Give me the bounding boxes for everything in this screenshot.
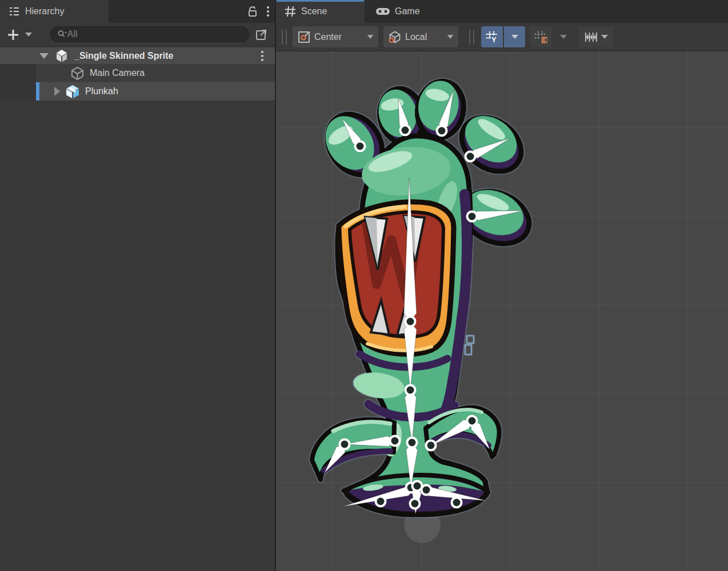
hierarchy-list-icon bbox=[8, 5, 21, 18]
hierarchy-search-field[interactable] bbox=[50, 26, 249, 42]
hierarchy-row-plunkah[interactable]: Plunkah bbox=[0, 82, 275, 100]
prefab-icon bbox=[65, 83, 81, 99]
scene-foldout-icon[interactable] bbox=[39, 53, 49, 59]
grid-visibility-toggle[interactable]: Y bbox=[481, 26, 503, 47]
increment-ruler-icon bbox=[584, 31, 598, 43]
toolbar-drag-handle[interactable] bbox=[469, 30, 474, 45]
scene-tabstrip: Scene Game bbox=[276, 0, 728, 23]
gameobject-cube-icon bbox=[70, 66, 85, 81]
scene-name-label: _Single Skinned Sprite bbox=[74, 51, 173, 61]
add-gameobject-button[interactable] bbox=[5, 27, 22, 42]
chevron-down-icon bbox=[511, 35, 518, 39]
game-controller-icon bbox=[375, 6, 390, 17]
unity-editor-window: Hierarchy bbox=[0, 0, 728, 571]
scene-tab-label: Scene bbox=[301, 6, 327, 17]
selection-accent-bar bbox=[36, 82, 39, 100]
tool-handle-rotation-dropdown[interactable]: Local bbox=[383, 26, 458, 47]
plunkah-foldout-icon[interactable] bbox=[54, 87, 60, 96]
hierarchy-row-main-camera[interactable]: Main Camera bbox=[0, 64, 275, 82]
local-cube-icon bbox=[388, 30, 402, 44]
tab-game[interactable]: Game bbox=[367, 0, 447, 23]
scene-toolbar: Center Local bbox=[276, 23, 728, 51]
unlock-icon[interactable] bbox=[246, 5, 259, 18]
grid-axis-letter: Y bbox=[491, 35, 497, 44]
hierarchy-tree: _Single Skinned Sprite Main Camera bbox=[0, 47, 275, 100]
pivot-label: Center bbox=[314, 32, 342, 42]
game-tab-label: Game bbox=[395, 6, 420, 17]
focused-tab-highlight bbox=[276, 0, 365, 2]
unity-scene-icon bbox=[54, 49, 69, 63]
hierarchy-panel: Hierarchy bbox=[0, 0, 275, 571]
add-gameobject-dropdown-caret[interactable] bbox=[25, 33, 32, 37]
scene-header-row[interactable]: _Single Skinned Sprite bbox=[0, 47, 275, 64]
row-label: Main Camera bbox=[90, 68, 145, 78]
search-input[interactable] bbox=[67, 29, 243, 39]
scene-grid-icon bbox=[284, 5, 297, 18]
row-label: Plunkah bbox=[85, 86, 118, 96]
orientation-label: Local bbox=[405, 32, 427, 42]
tab-hierarchy[interactable]: Hierarchy bbox=[0, 0, 109, 23]
scene-panel: Scene Game Center bbox=[276, 0, 728, 571]
scene-menu-icon[interactable] bbox=[261, 51, 263, 61]
hierarchy-menu-icon[interactable] bbox=[267, 6, 269, 17]
chevron-down-icon bbox=[560, 35, 567, 39]
pivot-center-icon bbox=[297, 30, 311, 44]
snap-to-grid-toggle[interactable] bbox=[530, 26, 551, 47]
search-icon bbox=[57, 29, 67, 40]
grid-visibility-dropdown[interactable] bbox=[504, 26, 525, 47]
snap-increment-dropdown[interactable] bbox=[578, 26, 614, 47]
grid-snap-magnet-icon bbox=[534, 30, 547, 44]
hierarchy-tabstrip: Hierarchy bbox=[0, 0, 275, 23]
chevron-down-icon bbox=[367, 35, 374, 38]
tool-handle-position-dropdown[interactable]: Center bbox=[293, 26, 378, 47]
sprite-outline-artifacts bbox=[465, 336, 474, 355]
hierarchy-toolbar bbox=[0, 23, 275, 46]
grid-axis-icon: Y bbox=[485, 30, 499, 44]
mouth-shape bbox=[339, 202, 454, 355]
open-in-window-icon[interactable] bbox=[253, 26, 270, 42]
scene-viewport[interactable] bbox=[276, 51, 728, 571]
chevron-down-icon bbox=[601, 35, 608, 39]
hierarchy-tab-label: Hierarchy bbox=[25, 6, 64, 17]
snap-settings-dropdown[interactable] bbox=[553, 26, 574, 47]
toolbar-drag-handle[interactable] bbox=[282, 30, 287, 45]
chevron-down-icon bbox=[447, 35, 454, 38]
plus-icon bbox=[6, 28, 20, 42]
tab-scene[interactable]: Scene bbox=[276, 0, 365, 23]
